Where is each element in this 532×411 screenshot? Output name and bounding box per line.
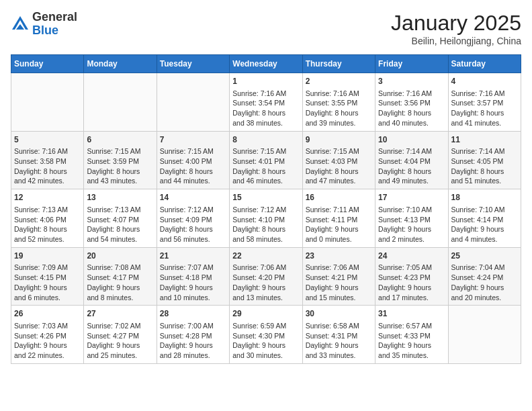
day-number: 15 [232, 192, 299, 203]
calendar-cell: 16Sunrise: 7:11 AM Sunset: 4:11 PM Dayli… [302, 189, 375, 248]
day-info: Sunrise: 7:15 AM Sunset: 3:59 PM Dayligh… [87, 146, 153, 186]
day-number: 7 [160, 134, 226, 146]
calendar-week-row: 26Sunrise: 7:03 AM Sunset: 4:26 PM Dayli… [11, 306, 521, 364]
calendar-cell [157, 73, 229, 132]
calendar-cell: 9Sunrise: 7:15 AM Sunset: 4:03 PM Daylig… [302, 131, 375, 189]
day-info: Sunrise: 7:04 AM Sunset: 4:24 PM Dayligh… [451, 263, 518, 302]
day-info: Sunrise: 7:11 AM Sunset: 4:11 PM Dayligh… [306, 205, 372, 244]
calendar-cell: 30Sunrise: 6:58 AM Sunset: 4:31 PM Dayli… [302, 306, 375, 364]
calendar-cell: 23Sunrise: 7:06 AM Sunset: 4:21 PM Dayli… [302, 247, 375, 306]
calendar-cell [11, 73, 84, 132]
calendar-week-row: 1Sunrise: 7:16 AM Sunset: 3:54 PM Daylig… [11, 73, 521, 132]
calendar-cell: 24Sunrise: 7:05 AM Sunset: 4:23 PM Dayli… [375, 247, 448, 306]
day-number: 27 [87, 308, 153, 320]
day-number: 1 [232, 76, 299, 87]
calendar-cell: 31Sunrise: 6:57 AM Sunset: 4:33 PM Dayli… [375, 306, 448, 364]
calendar-cell: 4Sunrise: 7:16 AM Sunset: 3:57 PM Daylig… [448, 73, 521, 132]
calendar-cell: 27Sunrise: 7:02 AM Sunset: 4:27 PM Dayli… [84, 306, 157, 364]
calendar-cell: 29Sunrise: 6:59 AM Sunset: 4:30 PM Dayli… [230, 306, 302, 364]
calendar-cell: 7Sunrise: 7:15 AM Sunset: 4:00 PM Daylig… [157, 131, 229, 189]
day-of-week-header: Monday [84, 55, 157, 73]
calendar-cell: 14Sunrise: 7:12 AM Sunset: 4:09 PM Dayli… [157, 189, 229, 248]
calendar-cell: 11Sunrise: 7:14 AM Sunset: 4:05 PM Dayli… [448, 131, 521, 189]
calendar-cell [84, 73, 157, 132]
day-number: 21 [160, 250, 226, 262]
logo-text: General Blue [32, 11, 77, 38]
day-number: 14 [160, 192, 226, 203]
day-number: 9 [306, 134, 372, 146]
day-info: Sunrise: 7:16 AM Sunset: 3:54 PM Dayligh… [232, 89, 299, 128]
calendar-cell: 5Sunrise: 7:16 AM Sunset: 3:58 PM Daylig… [11, 131, 84, 189]
day-number: 8 [232, 134, 299, 146]
day-number: 20 [87, 250, 153, 262]
day-info: Sunrise: 7:05 AM Sunset: 4:23 PM Dayligh… [378, 263, 445, 302]
day-info: Sunrise: 7:06 AM Sunset: 4:21 PM Dayligh… [306, 263, 372, 302]
day-number: 19 [14, 250, 81, 262]
day-number: 17 [378, 192, 445, 203]
day-info: Sunrise: 7:03 AM Sunset: 4:26 PM Dayligh… [14, 321, 81, 361]
day-number: 11 [451, 134, 518, 146]
calendar-cell: 28Sunrise: 7:00 AM Sunset: 4:28 PM Dayli… [157, 306, 229, 364]
calendar-cell: 19Sunrise: 7:09 AM Sunset: 4:15 PM Dayli… [11, 247, 84, 306]
day-info: Sunrise: 7:00 AM Sunset: 4:28 PM Dayligh… [160, 321, 226, 361]
calendar-cell: 20Sunrise: 7:08 AM Sunset: 4:17 PM Dayli… [84, 247, 157, 306]
day-info: Sunrise: 7:06 AM Sunset: 4:20 PM Dayligh… [232, 263, 299, 302]
day-number: 26 [14, 308, 81, 320]
day-info: Sunrise: 7:02 AM Sunset: 4:27 PM Dayligh… [87, 321, 153, 361]
day-info: Sunrise: 7:16 AM Sunset: 3:58 PM Dayligh… [14, 146, 81, 186]
day-number: 31 [378, 308, 445, 320]
day-info: Sunrise: 7:12 AM Sunset: 4:10 PM Dayligh… [232, 205, 299, 244]
day-of-week-header: Tuesday [157, 55, 229, 73]
logo: General Blue [11, 11, 77, 38]
day-info: Sunrise: 7:07 AM Sunset: 4:18 PM Dayligh… [160, 263, 226, 302]
day-info: Sunrise: 7:09 AM Sunset: 4:15 PM Dayligh… [14, 263, 81, 302]
day-info: Sunrise: 7:15 AM Sunset: 4:00 PM Dayligh… [160, 146, 226, 186]
calendar-week-row: 19Sunrise: 7:09 AM Sunset: 4:15 PM Dayli… [11, 247, 521, 306]
day-number: 5 [14, 134, 81, 146]
day-info: Sunrise: 6:57 AM Sunset: 4:33 PM Dayligh… [378, 321, 445, 361]
day-number: 10 [378, 134, 445, 146]
calendar-cell: 22Sunrise: 7:06 AM Sunset: 4:20 PM Dayli… [230, 247, 302, 306]
day-info: Sunrise: 7:08 AM Sunset: 4:17 PM Dayligh… [87, 263, 153, 302]
day-number: 25 [451, 250, 518, 262]
logo-icon [11, 15, 30, 34]
day-info: Sunrise: 6:59 AM Sunset: 4:30 PM Dayligh… [232, 321, 299, 361]
calendar-subtitle: Beilin, Heilongjiang, China [391, 36, 521, 46]
day-info: Sunrise: 7:13 AM Sunset: 4:06 PM Dayligh… [14, 205, 81, 244]
day-info: Sunrise: 7:16 AM Sunset: 3:56 PM Dayligh… [378, 89, 445, 128]
days-of-week-row: SundayMondayTuesdayWednesdayThursdayFrid… [11, 55, 521, 73]
day-number: 4 [451, 76, 518, 87]
calendar-cell: 17Sunrise: 7:10 AM Sunset: 4:13 PM Dayli… [375, 189, 448, 248]
day-info: Sunrise: 7:13 AM Sunset: 4:07 PM Dayligh… [87, 205, 153, 244]
calendar-cell: 25Sunrise: 7:04 AM Sunset: 4:24 PM Dayli… [448, 247, 521, 306]
day-number: 22 [232, 250, 299, 262]
day-number: 16 [306, 192, 372, 203]
day-of-week-header: Wednesday [230, 55, 302, 73]
calendar-cell: 1Sunrise: 7:16 AM Sunset: 3:54 PM Daylig… [230, 73, 302, 132]
day-info: Sunrise: 6:58 AM Sunset: 4:31 PM Dayligh… [306, 321, 372, 361]
day-number: 29 [232, 308, 299, 320]
day-info: Sunrise: 7:16 AM Sunset: 3:55 PM Dayligh… [306, 89, 372, 128]
title-block: January 2025 Beilin, Heilongjiang, China [391, 11, 521, 46]
day-info: Sunrise: 7:10 AM Sunset: 4:13 PM Dayligh… [378, 205, 445, 244]
calendar-cell: 10Sunrise: 7:14 AM Sunset: 4:04 PM Dayli… [375, 131, 448, 189]
day-number: 6 [87, 134, 153, 146]
day-number: 12 [14, 192, 81, 203]
day-of-week-header: Thursday [302, 55, 375, 73]
day-number: 23 [306, 250, 372, 262]
calendar-cell: 3Sunrise: 7:16 AM Sunset: 3:56 PM Daylig… [375, 73, 448, 132]
day-number: 24 [378, 250, 445, 262]
day-number: 30 [306, 308, 372, 320]
day-of-week-header: Saturday [448, 55, 521, 73]
calendar-week-row: 5Sunrise: 7:16 AM Sunset: 3:58 PM Daylig… [11, 131, 521, 189]
day-of-week-header: Sunday [11, 55, 84, 73]
calendar-cell: 13Sunrise: 7:13 AM Sunset: 4:07 PM Dayli… [84, 189, 157, 248]
calendar-cell: 2Sunrise: 7:16 AM Sunset: 3:55 PM Daylig… [302, 73, 375, 132]
day-info: Sunrise: 7:14 AM Sunset: 4:05 PM Dayligh… [451, 146, 518, 186]
calendar-cell: 26Sunrise: 7:03 AM Sunset: 4:26 PM Dayli… [11, 306, 84, 364]
calendar-title: January 2025 [391, 11, 521, 36]
calendar-cell: 18Sunrise: 7:10 AM Sunset: 4:14 PM Dayli… [448, 189, 521, 248]
day-number: 2 [306, 76, 372, 87]
day-info: Sunrise: 7:12 AM Sunset: 4:09 PM Dayligh… [160, 205, 226, 244]
calendar-week-row: 12Sunrise: 7:13 AM Sunset: 4:06 PM Dayli… [11, 189, 521, 248]
